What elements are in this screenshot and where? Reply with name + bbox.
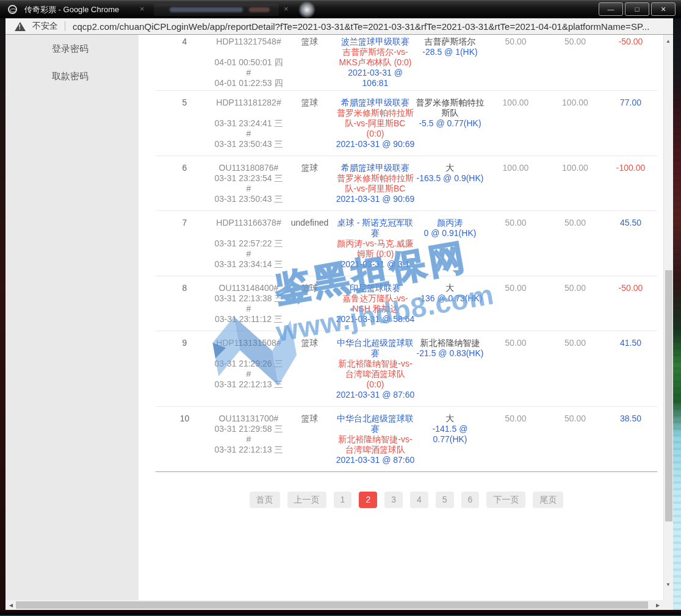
- bet-time: 03-31 21:29:58 三: [214, 424, 284, 434]
- match-teams: 颜丙涛-vs-马克.威廉姆斯 (0:0): [336, 238, 415, 259]
- pagination-button[interactable]: 5: [436, 492, 454, 508]
- time-separator: #: [214, 304, 284, 314]
- ghost-close-icon: ×: [140, 4, 145, 13]
- pagination-button[interactable]: 下一页: [486, 492, 525, 508]
- settle-time: 03-31 22:12:13 三: [214, 379, 284, 390]
- match-teams: 新北裕隆纳智捷-vs-台湾啤酒篮球队: [336, 434, 415, 455]
- bet-time: 03-31 22:57:22 三: [214, 238, 284, 249]
- sidebar-item[interactable]: 取款密码: [5, 62, 139, 90]
- time-separator: #: [214, 68, 284, 78]
- pagination-button[interactable]: 尾页: [533, 492, 563, 508]
- pagination-button[interactable]: 1: [334, 492, 352, 508]
- maximize-button[interactable]: □: [625, 2, 649, 16]
- bet-odds: -163.5 @ 0.9(HK): [415, 173, 485, 184]
- bet-odds: -5.5 @ 0.77(HK): [415, 118, 485, 129]
- url-separator: [65, 21, 65, 31]
- scroll-left-icon[interactable]: ◀: [7, 603, 15, 608]
- settle-time: 03-31 23:34:14 三: [214, 259, 284, 270]
- match-teams: 嘉鲁达万隆队-vs-NSH 雅加达: [336, 293, 415, 314]
- cell-sport: undefined: [284, 218, 336, 270]
- match-date-score: 2021-03-31 @ 87:60: [336, 390, 415, 400]
- scroll-up-icon[interactable]: ▲: [663, 38, 673, 44]
- bet-odds: -21.5 @ 0.83(HK): [415, 348, 485, 359]
- time-separator: #: [214, 184, 284, 194]
- cell-valid-amount: 50.00: [546, 283, 604, 324]
- pagination-button[interactable]: 3: [384, 492, 403, 508]
- match-teams: 普罗米修斯帕特拉斯队-vs-阿里斯BC (0:0): [336, 108, 415, 139]
- pagination-button[interactable]: 首页: [250, 492, 280, 508]
- cell-sport: 篮球: [284, 338, 336, 400]
- minimize-button[interactable]: —: [599, 2, 623, 16]
- table-row: 7 HDP113166378# 03-31 22:57:22 三 # 03-31…: [156, 210, 657, 276]
- cell-sport: 篮球: [284, 414, 336, 465]
- cell-winloss: -50.00: [604, 37, 657, 88]
- cell-order-time: HDP113217548# 04-01 00:50:01 四 # 04-01 0…: [214, 37, 284, 88]
- horizontal-scrollbar[interactable]: ◀ ▶: [5, 600, 663, 610]
- table-row: 8 OU113148400# 03-31 22:13:38 三 # 03-31 …: [156, 276, 657, 331]
- order-id: HDP113217548#: [214, 37, 284, 47]
- cell-sport: 篮球: [284, 37, 336, 88]
- cell-winloss: 38.50: [604, 414, 657, 465]
- cell-match: 希腊篮球甲级联赛 普罗米修斯帕特拉斯队-vs-阿里斯BC 2021-03-31 …: [336, 163, 415, 204]
- table-row: 10 OU113131700# 03-31 21:29:58 三 # 03-31…: [156, 406, 657, 471]
- cell-valid-amount: 100.00: [546, 163, 604, 204]
- not-secure-label[interactable]: 不安全: [32, 21, 58, 32]
- vertical-scrollbar[interactable]: ▲ ▼: [663, 35, 673, 600]
- scrollbar-corner: [663, 600, 673, 610]
- cell-amount: 100.00: [485, 163, 546, 204]
- url-bar[interactable]: 不安全 cqcp2.com/chuanQiCPLoginWeb/app/repo…: [5, 18, 673, 35]
- bet-report-table: 4 HDP113217548# 04-01 00:50:01 四 # 04-01…: [156, 35, 657, 472]
- cell-match: 希腊篮球甲级联赛 普罗米修斯帕特拉斯队-vs-阿里斯BC (0:0) 2021-…: [336, 98, 415, 149]
- match-teams: 吉普萨斯塔尔-vs-MKS卢布林队 (0:0): [336, 47, 415, 68]
- bet-selection: 大: [415, 163, 485, 173]
- order-id: HDP113181282#: [214, 98, 284, 108]
- cell-row-number: 10: [156, 414, 214, 465]
- cell-bet: 大 -141.5 @ 0.77(HK): [415, 414, 485, 465]
- cell-match: 印尼篮球联赛 嘉鲁达万隆队-vs-NSH 雅加达 2021-03-31 @ 58…: [336, 283, 415, 324]
- cell-row-number: 7: [156, 218, 214, 270]
- league-name: 中华台北超级篮球联赛: [336, 338, 415, 359]
- pagination-button[interactable]: 上一页: [287, 492, 326, 508]
- bet-time: 03-31 22:13:38 三: [214, 293, 284, 304]
- bet-time: 03-31 23:24:41 三: [214, 118, 284, 129]
- cell-valid-amount: 50.00: [546, 414, 604, 465]
- cell-bet: 大 -136 @ 0.73(HK): [415, 283, 485, 324]
- match-teams: 普罗米修斯帕特拉斯队-vs-阿里斯BC: [336, 173, 415, 194]
- window-left-border: [0, 18, 5, 616]
- bet-selection: 新北裕隆纳智捷: [415, 338, 485, 348]
- cell-row-number: 8: [156, 283, 214, 324]
- bet-time: 04-01 00:50:01 四: [214, 57, 284, 68]
- pagination-button[interactable]: 4: [410, 492, 428, 508]
- url-text[interactable]: cqcp2.com/chuanQiCPLoginWeb/app/reportDe…: [73, 21, 649, 32]
- match-date-score: 2021-03-31 @ 58:64: [336, 314, 415, 324]
- scroll-right-icon[interactable]: ▶: [654, 603, 661, 608]
- pagination-button[interactable]: 6: [461, 492, 480, 508]
- match-date-score: 2021-03-31 @ 106:81: [336, 68, 415, 88]
- match-date-score: 2021-03-31 @ 87:60: [336, 455, 415, 465]
- scroll-down-icon[interactable]: ▼: [663, 582, 673, 587]
- cell-bet: 吉普萨斯塔尔 -28.5 @ 1(HK): [415, 37, 485, 88]
- cell-amount: 50.00: [485, 414, 546, 465]
- settle-time: 03-31 23:11:12 三: [214, 314, 284, 324]
- horizontal-scrollbar-thumb[interactable]: [16, 601, 648, 609]
- match-teams: 新北裕隆纳智捷-vs-台湾啤酒篮球队 (0:0): [336, 359, 415, 390]
- sidebar-item[interactable]: 登录密码: [5, 35, 139, 62]
- league-name: 波兰篮球甲级联赛: [336, 37, 415, 47]
- order-gap: [214, 348, 284, 359]
- table-row: 5 HDP113181282# 03-31 23:24:41 三 # 03-31…: [156, 90, 657, 156]
- pagination-button[interactable]: 2: [359, 492, 377, 508]
- league-name: 印尼篮球联赛: [336, 283, 415, 293]
- close-button[interactable]: ✕: [651, 2, 676, 16]
- bet-time: 03-31 21:29:26 三: [214, 359, 284, 369]
- cell-bet: 颜丙涛 0 @ 0.91(HK): [415, 218, 485, 270]
- cell-amount: 50.00: [485, 338, 546, 400]
- window-title: 传奇彩票 - Google Chrome: [24, 1, 119, 19]
- cell-amount: 50.00: [485, 218, 546, 270]
- window-titlebar: 传奇彩票 - Google Chrome × × — □ ✕: [0, 0, 681, 18]
- cell-row-number: 5: [156, 98, 214, 149]
- league-name: 桌球 - 斯诺克冠军联赛: [336, 218, 415, 238]
- cell-valid-amount: 50.00: [546, 218, 604, 270]
- vertical-scrollbar-thumb[interactable]: [665, 270, 672, 521]
- bet-odds: 0 @ 0.91(HK): [415, 228, 485, 238]
- bet-selection: 大: [415, 414, 485, 424]
